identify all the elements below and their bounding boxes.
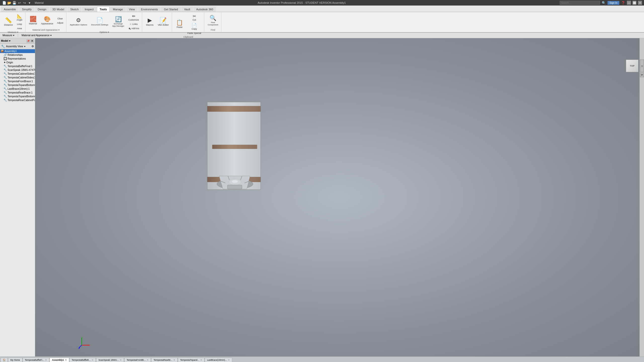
tree-item-rear-cabinet[interactable]: 🔧 TempestaRearCabinetPart(18mm):1 <box>0 98 35 102</box>
doc-settings-button[interactable]: 📄 Document Settings <box>90 17 110 27</box>
tab-vault[interactable]: Vault <box>181 7 193 12</box>
tree-item-cabinet-sides-3[interactable]: 🔧 TempestaCabinetSides(18mm):3 <box>0 72 35 76</box>
material-group-label: Material and Appearance ▾ <box>32 28 60 31</box>
tree-item-topbottom-1[interactable]: 🔧 TempestaTopandBottomCabinetPart(18mm):… <box>0 83 35 87</box>
cabinet-sides4-icon: 🔧 <box>4 76 7 79</box>
tab-manage[interactable]: Manage <box>110 7 126 12</box>
app-name-label: Material <box>35 2 44 4</box>
tab-assemble[interactable]: Assemble <box>1 7 19 12</box>
tree-item-lastbrace[interactable]: 🔧 LastBrace(18mm):1 <box>0 87 35 91</box>
tab-baffle-fi[interactable]: TempestaBaffleFi...✕ <box>23 358 50 362</box>
find-buttons: 🔍 FindComponent <box>206 13 220 28</box>
tab-my-home[interactable]: My Home <box>8 358 22 362</box>
tree-item-baffle-final[interactable]: 🔧 TempestaBaffleFinal:1 <box>0 64 35 68</box>
ribbon-tabs: Assemble Simplify Design 3D Model Sketch… <box>0 6 644 12</box>
material-icon: 🧱 <box>30 16 36 22</box>
topbottom1-icon: 🔧 <box>4 83 7 87</box>
nav-cube[interactable]: TOP <box>626 60 638 72</box>
ribbon-group-find: 🔍 FindComponent Find <box>205 13 221 32</box>
tree-item-cabinet-sides-4[interactable]: 🔧 TempestaCabinetSides(18mm):4 <box>0 76 35 79</box>
tree-item-rear-brace[interactable]: 🔧 TempestaRearBrace:1 <box>0 91 35 95</box>
copy-button[interactable]: 📄 Copy <box>186 22 203 31</box>
assembly-view-settings[interactable]: ⚙ <box>31 45 34 48</box>
viewport-right-panel: ◻ ⟳ <box>639 38 644 356</box>
qa-redo[interactable]: ↪ <box>22 1 27 5</box>
help-icon[interactable]: ❓ <box>621 1 625 5</box>
clear-button[interactable]: Clear <box>56 17 65 21</box>
collapse-button[interactable]: ✕ <box>30 39 34 43</box>
view-cube-button[interactable]: ◻ <box>640 60 644 72</box>
add-ins-button[interactable]: ☆ Links <box>127 22 140 26</box>
macros-button[interactable]: ▶ Macros <box>144 17 155 27</box>
measure-area-button[interactable]: Area <box>15 26 24 30</box>
cut-button[interactable]: ✂ Cut <box>186 13 203 22</box>
qa-open[interactable]: 📂 <box>7 1 12 5</box>
qa-undo[interactable]: ↩ <box>17 1 22 5</box>
tab-design[interactable]: Design <box>35 7 49 12</box>
find-component-button[interactable]: 🔍 FindComponent <box>206 14 220 27</box>
tab-scanspeak[interactable]: ScanSpeak 18WU...✕ <box>96 358 124 362</box>
tab-getstarted[interactable]: Get Started <box>161 7 181 12</box>
measure-distance-button[interactable]: 📏 Distance <box>3 17 14 27</box>
measure-loop-button[interactable]: Loop <box>15 22 24 26</box>
tab-3dmodel[interactable]: 3D Model <box>50 7 67 12</box>
tree-item-representations[interactable]: 🔲 Representations <box>0 57 35 61</box>
svg-text:Z: Z <box>78 347 79 349</box>
svg-line-17 <box>79 345 82 347</box>
tree-item-origin[interactable]: ✦ Origin <box>0 61 35 64</box>
customize-button[interactable]: ✏ Customize <box>127 13 140 22</box>
tab-topand[interactable]: TempestaTopand...✕ <box>178 358 205 362</box>
tree-item-assembly1[interactable]: 📦 Assembly1 <box>0 49 35 53</box>
app-options-button[interactable]: ⚙ Application Options <box>68 17 89 27</box>
restore-button[interactable]: ⬜ <box>632 1 636 5</box>
minimize-button[interactable]: — <box>627 1 631 5</box>
qa-new[interactable]: 📄 <box>2 1 7 5</box>
tree-item-topbottom-2[interactable]: 🔧 TempestaTopandBottomCabinetPart(18mm):… <box>0 95 35 98</box>
tab-view[interactable]: View <box>126 7 138 12</box>
appearance-button[interactable]: 🎨 Appearance <box>39 15 55 26</box>
add-ins2-button[interactable]: 🔌 Add-Ins <box>127 26 140 30</box>
orbit-button[interactable]: ⟳ <box>640 73 644 77</box>
customize-icon: ✏ <box>132 14 135 19</box>
adjust-button[interactable]: Adjust <box>56 21 65 25</box>
paste-button[interactable]: 📋 Paste <box>174 19 185 29</box>
tab-autodesk360[interactable]: Autodesk 360 <box>193 7 216 12</box>
3d-viewport[interactable]: TOP ◻ ⟳ <box>35 38 644 356</box>
material-dropdown[interactable]: Material and Appearance ▾ <box>21 33 53 37</box>
tab-front-br[interactable]: TempestaFrontBr...✕ <box>124 358 151 362</box>
origin-label: Origin <box>6 61 13 64</box>
window-title: Autodesk Inventor Professional 2015 - ST… <box>44 1 560 4</box>
tab-sketch[interactable]: Sketch <box>67 7 82 12</box>
macros-icon: ▶ <box>148 18 152 23</box>
tab-baffle-b[interactable]: TempestaBaffleB...✕ <box>69 358 96 362</box>
tab-assembly1[interactable]: Assembly1✕ <box>50 358 69 362</box>
vba-editor-button[interactable]: 📝 VBA Editor <box>156 17 170 27</box>
measure-group-label: Measure ▾ <box>8 30 19 33</box>
qa-save[interactable]: 💾 <box>12 1 17 5</box>
tab-lastbrace[interactable]: LastBrace(18mm)...✕ <box>205 358 232 362</box>
tree-item-front-brace[interactable]: 🔧 TempestaFrontBrace:1 <box>0 79 35 83</box>
measure-angle-button[interactable]: 📐 Angle <box>15 13 24 22</box>
measure-dropdown[interactable]: Measure ▾ <box>2 33 15 37</box>
exchange-app-button[interactable]: 🔄 ExchangeApp Manager <box>111 16 126 28</box>
pin-button[interactable]: 📌 <box>26 39 30 43</box>
assembly1-label: Assembly1 <box>5 50 17 53</box>
tab-simplify[interactable]: Simplify <box>19 7 34 12</box>
title-bar: 📄 📂 💾 ↩ ↪ ▾ Material Autodesk Inventor P… <box>0 0 644 6</box>
options-buttons: ⚙ Application Options 📄 Document Setting… <box>68 13 141 30</box>
search-icon[interactable]: 🔍 <box>601 1 606 5</box>
paste-special-button[interactable]: Paste Special <box>186 31 203 35</box>
qa-more[interactable]: ▾ <box>27 1 32 5</box>
tab-rear-br[interactable]: TempestaRearBr...✕ <box>151 358 178 362</box>
sign-in-button[interactable]: Sign In <box>608 1 619 5</box>
close-button[interactable]: ✕ <box>638 1 642 5</box>
tab-home-icon[interactable]: 🏠 <box>1 358 8 362</box>
tab-environments[interactable]: Environments <box>138 7 160 12</box>
topbottom2-label: TempestaTopandBottomCabinetPart(18mm):2 <box>8 95 35 98</box>
search-input[interactable] <box>560 1 600 5</box>
material-button[interactable]: 🧱 Material <box>27 15 38 26</box>
tree-item-relationships[interactable]: 🔗 Relationships <box>0 53 35 57</box>
tab-inspect[interactable]: Inspect <box>82 7 96 12</box>
tree-item-scanspeak[interactable]: 🔧 ScanSpeak 18WU-4747D0:1 <box>0 68 35 72</box>
tab-tools[interactable]: Tools <box>97 7 110 12</box>
